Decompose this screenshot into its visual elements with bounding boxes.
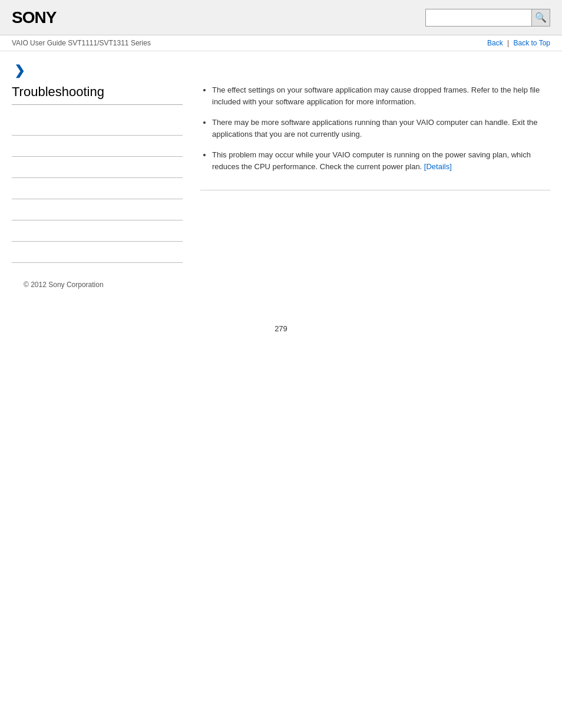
nav-bar: VAIO User Guide SVT1111/SVT1311 Series B…: [0, 35, 562, 51]
details-link[interactable]: [Details]: [424, 162, 452, 171]
sidebar-item: [12, 220, 183, 242]
sidebar-item: [12, 199, 183, 220]
search-input[interactable]: [425, 9, 531, 27]
bullet-text-3: This problem may occur while your VAIO c…: [212, 150, 531, 171]
footer: © 2012 Sony Corporation: [12, 281, 550, 289]
sidebar-item: [12, 178, 183, 199]
sidebar-item: [12, 242, 183, 263]
left-panel: Troubleshooting: [12, 84, 183, 263]
content-layout: Troubleshooting The effect settings on y…: [12, 84, 550, 263]
nav-separator: |: [507, 39, 509, 47]
bullet-text-2: There may be more software applications …: [212, 118, 538, 139]
list-item: There may be more software applications …: [212, 117, 550, 140]
list-item: This problem may occur while your VAIO c…: [212, 149, 550, 172]
bullet-text-1: The effect settings on your software app…: [212, 85, 540, 106]
search-container: 🔍: [425, 9, 550, 27]
bullets-container: The effect settings on your software app…: [200, 84, 550, 190]
sidebar-item: [12, 136, 183, 157]
breadcrumb: VAIO User Guide SVT1111/SVT1311 Series: [12, 39, 151, 47]
page-number: 279: [12, 324, 550, 333]
back-link[interactable]: Back: [487, 39, 503, 47]
sony-logo: SONY: [12, 8, 56, 27]
bullet-list: The effect settings on your software app…: [200, 84, 550, 172]
nav-links: Back | Back to Top: [487, 39, 550, 47]
list-item: The effect settings on your software app…: [212, 84, 550, 107]
copyright: © 2012 Sony Corporation: [24, 281, 104, 289]
section-title: Troubleshooting: [12, 84, 183, 105]
header: SONY 🔍: [0, 0, 562, 35]
right-panel: The effect settings on your software app…: [200, 84, 550, 263]
back-to-top-link[interactable]: Back to Top: [514, 39, 550, 47]
search-button[interactable]: 🔍: [531, 9, 550, 27]
sidebar-item: [12, 157, 183, 178]
main-content: ❯ Troubleshooting The effect settings on…: [0, 51, 562, 357]
search-icon: 🔍: [535, 12, 547, 23]
section-chevron: ❯: [14, 63, 550, 78]
sidebar-item: [12, 114, 183, 136]
